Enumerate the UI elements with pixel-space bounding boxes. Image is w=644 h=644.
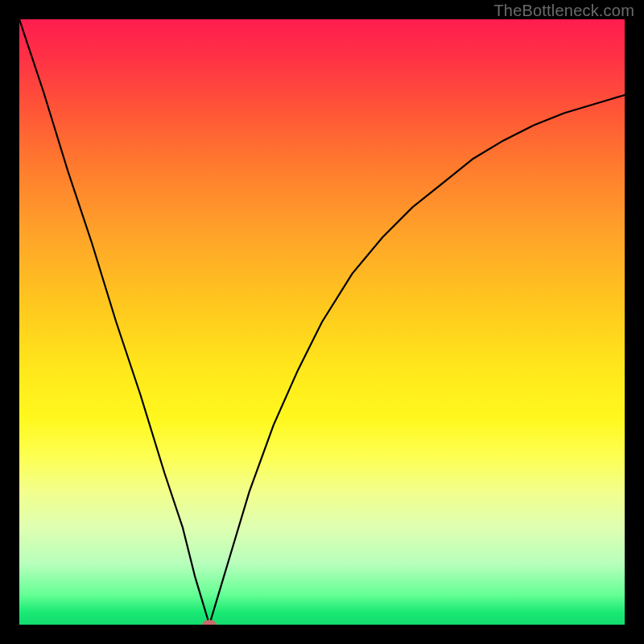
- minimum-marker: [202, 620, 217, 625]
- attribution-text: TheBottleneck.com: [493, 2, 634, 20]
- chart-frame: TheBottleneck.com: [0, 0, 644, 644]
- plot-area: [19, 19, 625, 625]
- chart-svg: [19, 19, 625, 625]
- bottleneck-curve: [19, 19, 625, 625]
